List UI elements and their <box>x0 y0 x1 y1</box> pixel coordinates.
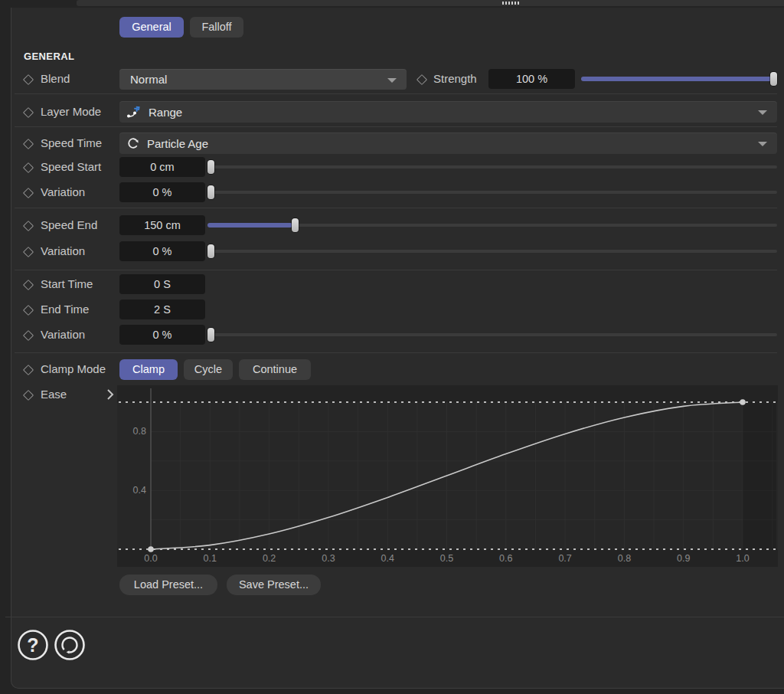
key-diamond-icon[interactable] <box>23 139 34 149</box>
slider-handle[interactable] <box>207 185 214 199</box>
key-diamond-icon[interactable] <box>23 390 34 401</box>
save-preset-button[interactable]: Save Preset... <box>227 575 321 595</box>
key-diamond-icon[interactable] <box>23 74 34 85</box>
variation-start-field[interactable]: 0 % <box>119 182 205 202</box>
key-diamond-icon[interactable] <box>23 162 34 173</box>
speed-start-label: Speed Start <box>41 157 101 177</box>
speed-time-label: Speed Time <box>41 133 102 153</box>
rotate-clockwise-icon <box>126 136 140 150</box>
speed-end-label: Speed End <box>41 215 97 235</box>
start-time-label: Start Time <box>41 274 93 294</box>
slider-handle[interactable] <box>207 244 214 258</box>
variation-start-slider[interactable] <box>207 182 777 202</box>
speed-end-slider[interactable] <box>207 215 777 235</box>
svg-text:0.4: 0.4 <box>133 485 146 496</box>
question-mark-icon: ? <box>27 634 38 656</box>
key-diamond-icon[interactable] <box>416 74 427 85</box>
chevron-down-icon <box>758 142 767 146</box>
key-diamond-icon[interactable] <box>23 188 34 198</box>
key-diamond-icon[interactable] <box>23 330 34 341</box>
key-diamond-icon[interactable] <box>23 365 34 375</box>
range-curve-icon <box>126 104 142 119</box>
strength-slider[interactable] <box>581 69 777 89</box>
variation-end-label: Variation <box>41 241 85 261</box>
expander-chevron-right-icon[interactable] <box>106 388 114 401</box>
layer-mode-value: Range <box>149 106 182 119</box>
splitter-grip-icon[interactable] <box>502 2 519 5</box>
key-diamond-icon[interactable] <box>23 221 34 231</box>
blend-label: Blend <box>41 69 70 89</box>
speed-time-dropdown[interactable]: Particle Age <box>119 133 777 154</box>
blend-value: Normal <box>130 73 167 86</box>
speed-end-field[interactable]: 150 cm <box>119 215 205 235</box>
svg-text:0.2: 0.2 <box>263 553 276 564</box>
variation-end-field[interactable]: 0 % <box>119 241 205 261</box>
clamp-mode-option-cycle[interactable]: Cycle <box>184 359 233 380</box>
svg-text:0.0: 0.0 <box>144 553 157 564</box>
help-button[interactable]: ? <box>16 628 50 662</box>
attributes-panel: General Falloff GENERAL Blend Normal Str… <box>11 8 784 689</box>
svg-text:0.9: 0.9 <box>677 553 690 564</box>
layer-mode-label: Layer Mode <box>41 102 101 122</box>
key-diamond-icon[interactable] <box>23 107 34 118</box>
reset-arrow-icon <box>62 637 77 653</box>
layer-mode-dropdown[interactable]: Range <box>119 101 777 123</box>
variation-end-slider[interactable] <box>207 241 777 261</box>
variation-time-field[interactable]: 0 % <box>119 325 205 345</box>
section-title: GENERAL <box>24 51 74 62</box>
chevron-down-icon <box>758 110 767 115</box>
key-diamond-icon[interactable] <box>23 280 34 290</box>
end-time-label: End Time <box>41 300 89 319</box>
chevron-down-icon <box>387 78 397 83</box>
variation-start-label: Variation <box>41 182 85 202</box>
speed-start-field[interactable]: 0 cm <box>119 157 205 177</box>
blend-dropdown[interactable]: Normal <box>119 69 407 90</box>
strength-field[interactable]: 100 % <box>488 69 575 89</box>
svg-text:0.4: 0.4 <box>381 553 394 564</box>
speed-time-value: Particle Age <box>147 137 208 150</box>
start-time-field[interactable]: 0 S <box>119 274 205 294</box>
speed-start-slider[interactable] <box>207 157 777 177</box>
clamp-mode-label: Clamp Mode <box>41 359 106 379</box>
svg-text:0.7: 0.7 <box>558 553 571 564</box>
slider-handle[interactable] <box>207 328 214 342</box>
load-preset-button[interactable]: Load Preset... <box>119 575 217 595</box>
tab-general[interactable]: General <box>119 17 184 38</box>
svg-text:0.8: 0.8 <box>133 426 146 437</box>
strength-label: Strength <box>433 69 477 89</box>
svg-text:0.3: 0.3 <box>322 553 335 564</box>
reset-button[interactable] <box>53 628 87 662</box>
end-time-field[interactable]: 2 S <box>119 300 205 319</box>
key-diamond-icon[interactable] <box>23 305 34 316</box>
slider-handle[interactable] <box>292 218 299 232</box>
svg-text:0.8: 0.8 <box>618 553 631 564</box>
svg-text:0.6: 0.6 <box>499 553 512 564</box>
clamp-mode-option-continue[interactable]: Continue <box>239 359 311 380</box>
svg-text:0.5: 0.5 <box>440 553 453 564</box>
splitter-bar[interactable] <box>77 0 784 6</box>
slider-handle[interactable] <box>770 72 777 86</box>
key-diamond-icon[interactable] <box>23 247 34 257</box>
variation-time-slider[interactable] <box>207 325 777 345</box>
clamp-mode-option-clamp[interactable]: Clamp <box>119 359 178 380</box>
tab-falloff[interactable]: Falloff <box>190 17 243 38</box>
svg-text:1.0: 1.0 <box>736 553 749 564</box>
slider-handle[interactable] <box>207 160 214 174</box>
ease-curve-graph[interactable]: 0.00.10.20.30.40.50.60.70.80.91.00.40.8 <box>117 385 778 567</box>
variation-time-label: Variation <box>41 325 85 345</box>
ease-label: Ease <box>41 385 67 404</box>
svg-text:0.1: 0.1 <box>204 553 217 564</box>
